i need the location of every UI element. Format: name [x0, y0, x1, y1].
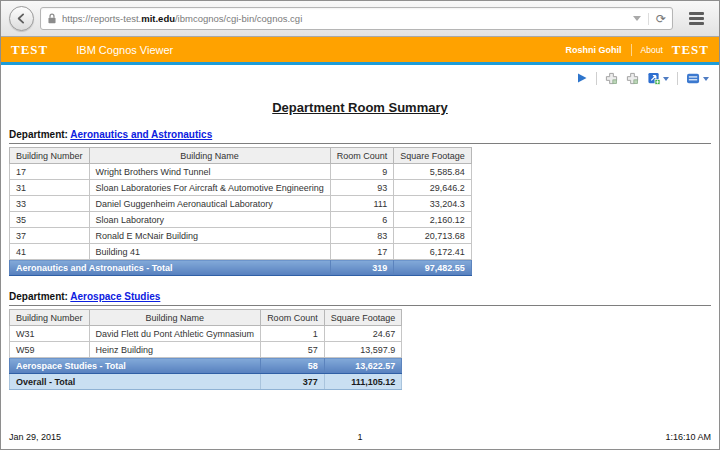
department-section: Department: Aeronautics and Astronautics… — [9, 127, 711, 276]
drill-up-icon — [626, 72, 639, 85]
table-row: 33Daniel Guggenheim Aeronautical Laborat… — [10, 196, 472, 212]
cell: Wright Brothers Wind Tunnel — [89, 164, 330, 180]
url-text: https://reports-test.mit.edu/ibmcognos/c… — [62, 13, 633, 24]
department-heading: Department: Aeronautics and Astronautics — [9, 127, 711, 144]
cell: 6 — [330, 212, 394, 228]
department-link[interactable]: Aerospace Studies — [70, 291, 160, 302]
view-format-icon — [686, 72, 701, 85]
table-row: 31Sloan Laboratories For Aircraft & Auto… — [10, 180, 472, 196]
browser-window: https://reports-test.mit.edu/ibmcognos/c… — [0, 0, 720, 450]
cell: 24.67 — [324, 326, 402, 342]
cell: 93 — [330, 180, 394, 196]
department-label: Department: — [9, 291, 70, 302]
column-header: Square Footage — [394, 148, 472, 164]
drill-up-button[interactable] — [626, 72, 639, 85]
test-logo-left: TEST — [11, 42, 48, 58]
total-square-footage: 13,622.57 — [324, 358, 402, 374]
cell: 29,646.2 — [394, 180, 472, 196]
cell: 33 — [10, 196, 90, 212]
column-header: Building Name — [89, 148, 330, 164]
overall-room-count: 377 — [261, 374, 325, 390]
goto-button[interactable] — [647, 72, 669, 85]
total-label: Aerospace Studies - Total — [10, 358, 261, 374]
cell: 35 — [10, 212, 90, 228]
cell: 111 — [330, 196, 394, 212]
about-link[interactable]: About — [641, 45, 663, 55]
cell: 5,585.84 — [394, 164, 472, 180]
total-room-count: 319 — [330, 260, 394, 276]
room-summary-table: Building NumberBuilding NameRoom CountSq… — [9, 147, 472, 276]
header-separator — [631, 44, 632, 56]
table-row: W31David Flett du Pont Athletic Gymnasiu… — [10, 326, 402, 342]
total-room-count: 58 — [261, 358, 325, 374]
column-header: Room Count — [261, 310, 325, 326]
app-title: IBM Cognos Viewer — [76, 44, 173, 56]
back-icon — [15, 12, 28, 25]
report-sections: Department: Aeronautics and Astronautics… — [1, 127, 719, 390]
cell: Ronald E McNair Building — [89, 228, 330, 244]
cell: 41 — [10, 244, 90, 260]
user-name: Roshni Gohil — [566, 45, 622, 55]
view-format-caret-icon — [703, 77, 709, 81]
run-button[interactable] — [576, 72, 588, 84]
column-header: Square Footage — [324, 310, 402, 326]
column-header: Building Name — [89, 310, 261, 326]
table-row: 35Sloan Laboratory62,160.12 — [10, 212, 472, 228]
test-logo-right: TEST — [672, 42, 709, 58]
menu-icon[interactable] — [681, 6, 711, 31]
cell: 33,204.3 — [394, 196, 472, 212]
footer-time: 1:16:10 AM — [477, 432, 711, 442]
back-button[interactable] — [9, 6, 34, 31]
column-header: Building Number — [10, 310, 90, 326]
table-header-row: Building NumberBuilding NameRoom CountSq… — [10, 310, 402, 326]
view-format-button[interactable] — [686, 72, 709, 85]
run-icon — [576, 72, 588, 84]
drill-down-icon — [605, 72, 618, 85]
department-link[interactable]: Aeronautics and Astronautics — [70, 129, 212, 140]
viewer-toolbar — [1, 65, 719, 91]
cell: 83 — [330, 228, 394, 244]
address-bar[interactable]: https://reports-test.mit.edu/ibmcognos/c… — [40, 7, 673, 30]
department-heading: Department: Aerospace Studies — [9, 289, 711, 306]
room-summary-table: Building NumberBuilding NameRoom CountSq… — [9, 309, 402, 390]
cell: 1 — [261, 326, 325, 342]
cell: 6,172.41 — [394, 244, 472, 260]
department-total-row: Aerospace Studies - Total5813,622.57 — [10, 358, 402, 374]
cell: Heinz Building — [89, 342, 261, 358]
table-row: W59Heinz Building5713,597.9 — [10, 342, 402, 358]
overall-square-footage: 111,105.12 — [324, 374, 402, 390]
goto-caret-icon — [663, 77, 669, 81]
page-footer: Jan 29, 2015 1 1:16:10 AM — [1, 432, 719, 442]
toolbar-separator — [596, 72, 597, 85]
lock-icon — [47, 13, 57, 24]
drill-down-button[interactable] — [605, 72, 618, 85]
department-label: Department: — [9, 129, 70, 140]
cell: 2,160.12 — [394, 212, 472, 228]
cell: 31 — [10, 180, 90, 196]
goto-icon — [647, 72, 661, 85]
cell: Sloan Laboratories For Aircraft & Automo… — [89, 180, 330, 196]
cell: David Flett du Pont Athletic Gymnasium — [89, 326, 261, 342]
footer-page-number: 1 — [243, 432, 477, 442]
cell: Building 41 — [89, 244, 330, 260]
table-header-row: Building NumberBuilding NameRoom CountSq… — [10, 148, 472, 164]
cell: Daniel Guggenheim Aeronautical Laborator… — [89, 196, 330, 212]
total-label: Aeronautics and Astronautics - Total — [10, 260, 331, 276]
cell: 37 — [10, 228, 90, 244]
cell: 17 — [10, 164, 90, 180]
table-row: 41Building 41176,172.41 — [10, 244, 472, 260]
toolbar-separator — [677, 72, 678, 85]
column-header: Room Count — [330, 148, 394, 164]
cell: 13,597.9 — [324, 342, 402, 358]
reload-icon[interactable]: ⟳ — [648, 13, 666, 25]
footer-date: Jan 29, 2015 — [9, 432, 243, 442]
cell: W59 — [10, 342, 90, 358]
cell: 17 — [330, 244, 394, 260]
overall-total-row: Overall - Total377111,105.12 — [10, 374, 402, 390]
table-row: 17Wright Brothers Wind Tunnel95,585.84 — [10, 164, 472, 180]
cell: 9 — [330, 164, 394, 180]
url-dropdown-icon[interactable] — [633, 16, 641, 21]
table-row: 37Ronald E McNair Building8320,713.68 — [10, 228, 472, 244]
department-section: Department: Aerospace Studies Building N… — [9, 289, 711, 390]
cognos-header: TEST IBM Cognos Viewer Roshni Gohil Abou… — [1, 37, 719, 62]
